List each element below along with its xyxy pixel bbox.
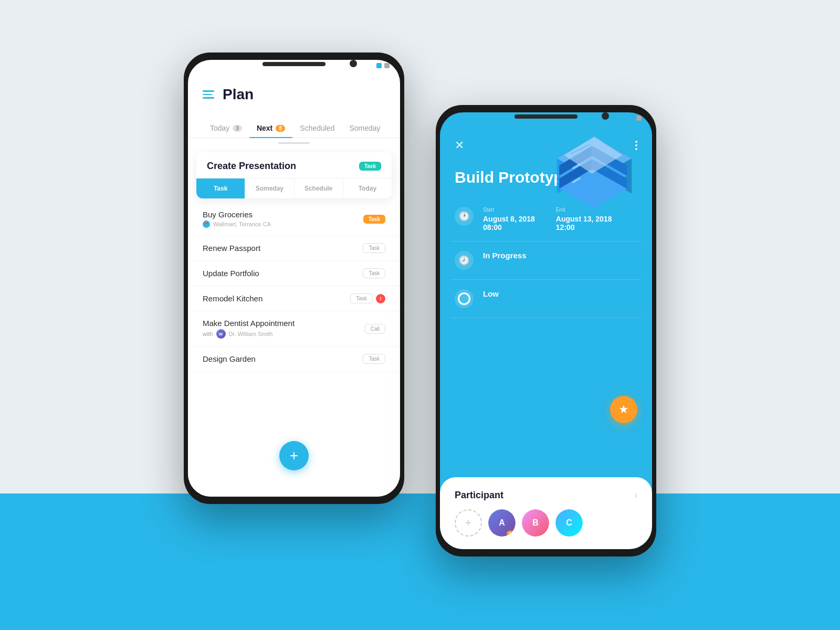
participant-avatar-1[interactable]: A 33: [488, 509, 516, 537]
status-dot-blue-right: [628, 116, 634, 121]
status-dot-gray-right: [636, 116, 642, 121]
hamburger-menu-icon[interactable]: [203, 90, 214, 99]
action-schedule[interactable]: Schedule: [295, 178, 343, 198]
plan-app-header: Plan: [188, 60, 400, 103]
plan-tabs: Today 3 Next 8 Scheduled Someday: [188, 108, 400, 138]
right-phone: ✕: [436, 105, 656, 556]
hamburger-line-3: [203, 97, 214, 99]
add-participant-button[interactable]: +: [455, 509, 482, 537]
task-row-design-garden[interactable]: Design Garden Task: [188, 346, 400, 372]
status-dot-blue: [376, 63, 382, 68]
isometric-illustration: [547, 128, 642, 212]
start-time-value: 08:00: [483, 223, 535, 232]
detail-content: 🕐 Start August 8, 2018 08:00 End August …: [440, 197, 652, 477]
status-detail-row: 🕗 In Progress: [450, 242, 642, 280]
status-row-content: In Progress: [483, 251, 637, 260]
participant-chevron-icon[interactable]: ›: [634, 490, 637, 501]
tab-next-label: Next: [257, 124, 272, 132]
add-task-fab[interactable]: +: [279, 441, 309, 470]
dentist-sub: Dr. William Smith: [229, 331, 273, 337]
action-task[interactable]: Task: [196, 178, 245, 198]
participant-title: Participant: [455, 490, 503, 501]
tab-next-badge: 8: [276, 125, 285, 132]
task-row-right-groceries: Task: [363, 215, 385, 224]
task-sub-groceries: 📍 Wallmart, Torrance CA: [203, 220, 271, 228]
clock-icon-container: 🕐: [455, 207, 474, 226]
left-phone: Plan Today 3 Next 8 Scheduled: [184, 52, 404, 504]
end-date-value: August 13, 2018: [556, 215, 612, 223]
hamburger-line-1: [203, 90, 214, 92]
start-date-block: Start August 8, 2018 08:00: [483, 207, 535, 232]
task-row-buy-groceries[interactable]: Buy Groceries 📍 Wallmart, Torrance CA Ta…: [188, 203, 400, 236]
action-someday[interactable]: Someday: [245, 178, 294, 198]
featured-task-actions: Task Someday Schedule Today: [196, 178, 392, 198]
detail-header: ✕: [440, 112, 652, 163]
task-badge-groceries: Task: [363, 215, 385, 224]
task-name-dentist: Make Dentist Appointment: [203, 319, 295, 328]
task-row-left-kitchen: Remodel Kitchen: [203, 294, 262, 303]
tab-someday[interactable]: Someday: [342, 119, 387, 138]
task-row-right-garden: Task: [363, 354, 385, 364]
phone-camera-left: [350, 60, 357, 67]
plan-app: Plan Today 3 Next 8 Scheduled: [188, 60, 400, 497]
alert-dot-kitchen: !: [376, 294, 385, 303]
progress-icon-container: 🕗: [455, 251, 474, 270]
task-row-right-kitchen: Task !: [350, 293, 385, 303]
tab-today-badge: 3: [233, 125, 242, 132]
detail-bottom-panel: Participant › + A 33 B C: [440, 477, 652, 549]
task-badge-passport: Task: [363, 243, 385, 253]
task-badge-portfolio: Task: [363, 268, 385, 278]
task-row-left-groceries: Buy Groceries 📍 Wallmart, Torrance CA: [203, 210, 271, 228]
task-row-renew-passport[interactable]: Renew Passport Task: [188, 236, 400, 261]
hamburger-line-2: [203, 94, 212, 96]
progress-icon: 🕗: [458, 255, 470, 266]
phone-notch-right: [514, 114, 578, 119]
tab-scheduled[interactable]: Scheduled: [292, 119, 342, 138]
priority-icon-container: [455, 289, 474, 308]
task-row-left-passport: Renew Passport: [203, 244, 260, 253]
participant-avatar-3[interactable]: C: [555, 509, 583, 537]
task-row-dentist[interactable]: Make Dentist Appointment with W Dr. Will…: [188, 311, 400, 346]
task-row-right-dentist: Call: [365, 324, 385, 334]
action-today[interactable]: Today: [343, 178, 392, 198]
tab-next[interactable]: Next 8: [249, 119, 292, 138]
clock-icon: 🕐: [458, 211, 470, 222]
tab-today[interactable]: Today 3: [203, 119, 249, 138]
left-phone-screen: Plan Today 3 Next 8 Scheduled: [188, 60, 400, 497]
location-icon: 📍: [203, 220, 210, 228]
task-name-kitchen: Remodel Kitchen: [203, 294, 262, 303]
tab-someday-label: Someday: [349, 124, 380, 132]
avatar-img-3: C: [555, 509, 583, 537]
task-row-update-portfolio[interactable]: Update Portfolio Task: [188, 261, 400, 286]
task-status: In Progress: [483, 251, 637, 260]
task-location-groceries: Wallmart, Torrance CA: [213, 221, 271, 227]
task-row-left-portfolio: Update Portfolio: [203, 269, 259, 278]
avatar-count-badge: 33: [507, 531, 516, 537]
phones-container: Plan Today 3 Next 8 Scheduled: [184, 52, 656, 556]
star-favorite-fab[interactable]: ★: [610, 396, 637, 423]
tab-scheduled-label: Scheduled: [300, 124, 334, 132]
end-time-value: 12:00: [556, 223, 612, 232]
avatar-img-2: B: [522, 509, 549, 537]
task-row-remodel-kitchen[interactable]: Remodel Kitchen Task !: [188, 286, 400, 311]
featured-task-card[interactable]: Create Presentation Task Task Someday Sc…: [196, 152, 392, 198]
participant-avatar-2[interactable]: B: [522, 509, 549, 537]
participant-header: Participant ›: [455, 490, 637, 501]
task-row-left-garden: Design Garden: [203, 354, 256, 363]
right-phone-screen: ✕: [440, 112, 652, 549]
task-badge-kitchen: Task: [350, 293, 373, 303]
dentist-avatar: W: [216, 329, 226, 339]
task-name-portfolio: Update Portfolio: [203, 269, 259, 278]
task-name-groceries: Buy Groceries: [203, 210, 271, 219]
task-row-left-dentist: Make Dentist Appointment with W Dr. Will…: [203, 319, 295, 339]
app-title: Plan: [223, 86, 254, 103]
featured-task-header: Create Presentation Task: [196, 152, 392, 178]
tab-today-label: Today: [210, 124, 229, 132]
task-sub-dentist: with W Dr. William Smith: [203, 329, 295, 339]
status-dots-left: [376, 63, 390, 68]
task-row-right-portfolio: Task: [363, 268, 385, 278]
task-badge-dentist: Call: [365, 324, 385, 334]
close-button[interactable]: ✕: [455, 139, 464, 152]
scroll-hint: [278, 142, 310, 144]
phone-notch-left: [262, 62, 326, 66]
